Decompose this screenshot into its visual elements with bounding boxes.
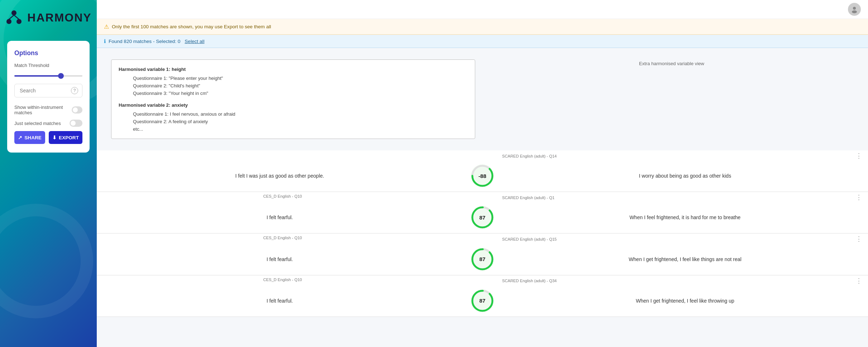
hv2-q1: Quesitionnaire 1: I feel nervous, anxiou… (133, 110, 468, 118)
right-text-4: When I get frightened, I feel like throw… (502, 292, 868, 309)
right-text-2: When I feel frightened, it is hard for m… (502, 209, 868, 226)
score-value-2: 87 (480, 215, 486, 221)
logo-area: HARMONY (5, 9, 91, 26)
center-tag-2 (463, 194, 502, 201)
svg-point-6 (852, 10, 857, 13)
context-menu-1[interactable]: ⋮ (855, 153, 862, 159)
select-all-link[interactable]: Select all (185, 39, 204, 44)
hv2-section: Harmonised variable 2: anxiety Quesition… (119, 101, 468, 133)
share-label: SHARE (24, 135, 42, 140)
score-value-3: 87 (480, 256, 486, 262)
score-value-4: 87 (480, 298, 486, 304)
center-tag-1 (463, 153, 502, 159)
svg-point-5 (853, 7, 856, 10)
hv1-q2: Questionnaire 2: "Child's height" (133, 82, 468, 90)
match-inner-1: I felt I was just as good as other peopl… (97, 160, 868, 192)
match-tags-2: CES_D English - Q10 SCARED English (adul… (97, 192, 868, 202)
harmonised-variable-box: Harmonised variable 1: height Questionna… (111, 59, 475, 139)
match-row-2: CES_D English - Q10 SCARED English (adul… (97, 192, 868, 233)
matches-info: Found 820 matches - Selected: 0 (109, 39, 180, 44)
export-button[interactable]: ⬇ EXPORT (49, 131, 82, 144)
right-text-1: I worry about being as good as other kid… (502, 167, 868, 184)
left-text-2: I felt fearful. (97, 209, 463, 226)
match-tags-1: SCARED English (adult) - Q14 ⋮ (97, 150, 868, 160)
center-tag-3 (463, 236, 502, 242)
score-1: -88 (463, 160, 502, 192)
match-tags-3: CES_D English - Q10 SCARED English (adul… (97, 233, 868, 243)
within-instrument-row: Show within-instrument matches (14, 105, 82, 115)
score-2: 87 (463, 202, 502, 233)
hv1-q1: Questionnaire 1: "Please enter your heig… (133, 74, 468, 82)
right-tag-2: SCARED English (adult) - Q1 (502, 196, 554, 200)
main-content: ⚠ Only the first 100 matches are shown, … (97, 19, 868, 347)
svg-line-3 (9, 15, 14, 19)
svg-line-4 (14, 15, 19, 19)
hv2-title: Harmonised variable 2: anxiety (119, 101, 468, 109)
context-menu-4[interactable]: ⋮ (855, 278, 862, 284)
extra-view-label: Extra harmonised variable view (482, 54, 861, 145)
svg-point-0 (11, 10, 16, 15)
match-row-1: SCARED English (adult) - Q14 ⋮ I felt I … (97, 150, 868, 192)
match-threshold-slider[interactable] (14, 75, 82, 77)
options-title: Options (14, 49, 82, 57)
center-tag-4 (463, 278, 502, 284)
export-label: EXPORT (59, 135, 79, 140)
match-row-3: CES_D English - Q10 SCARED English (adul… (97, 233, 868, 275)
just-selected-row: Just selected matches (14, 120, 82, 127)
card-buttons: ↗ SHARE ⬇ EXPORT (14, 131, 82, 144)
score-value-1: -88 (478, 173, 486, 179)
within-instrument-label: Show within-instrument matches (14, 105, 72, 115)
match-inner-3: I felt fearful. 87 When I get frightened… (97, 244, 868, 275)
just-selected-toggle[interactable] (70, 120, 82, 127)
left-tag-4: CES_D English - Q10 (102, 278, 463, 284)
hv2-q2: Questionnaire 2: A feeling of anxiety (133, 118, 468, 125)
left-tag-3: CES_D English - Q10 (102, 236, 463, 242)
match-row-4: CES_D English - Q10 SCARED English (adul… (97, 275, 868, 317)
search-container: ? (14, 84, 82, 97)
left-tag-2: CES_D English - Q10 (102, 194, 463, 201)
hv1-title: Harmonised variable 1: height (119, 66, 468, 73)
score-4: 87 (463, 285, 502, 317)
match-tags-4: CES_D English - Q10 SCARED English (adul… (97, 275, 868, 285)
svg-point-2 (16, 19, 22, 24)
hv2-etc: etc... (133, 125, 468, 133)
options-card: Options Match Threshold ? Show within-in… (7, 41, 90, 153)
info-icon: ℹ (104, 38, 106, 44)
right-panel: ⚠ Only the first 100 matches are shown, … (97, 0, 868, 347)
alert-icon: ⚠ (104, 23, 109, 30)
left-text-4: I felt fearful. (97, 292, 463, 309)
just-selected-label: Just selected matches (14, 121, 61, 126)
avatar[interactable] (848, 3, 861, 16)
matches-area: SCARED English (adult) - Q14 ⋮ I felt I … (97, 150, 868, 323)
right-tag-3: SCARED English (adult) - Q15 (502, 237, 557, 241)
match-threshold-label: Match Threshold (14, 63, 82, 68)
match-inner-4: I felt fearful. 87 When I get frightened… (97, 285, 868, 317)
left-tag-1 (102, 153, 463, 159)
left-text-1: I felt I was just as good as other peopl… (97, 167, 463, 184)
hv1-q3: Questionnaire 3: "Your height in cm" (133, 90, 468, 97)
right-text-3: When I get frightened, I feel like thing… (502, 251, 868, 268)
svg-point-1 (6, 19, 11, 24)
right-tag-4: SCARED English (adult) - Q34 (502, 279, 557, 283)
context-menu-2[interactable]: ⋮ (855, 194, 862, 201)
left-text-3: I felt fearful. (97, 251, 463, 268)
score-3: 87 (463, 244, 502, 275)
harmony-logo-icon (5, 9, 23, 26)
info-banner: ℹ Found 820 matches - Selected: 0 Select… (97, 35, 868, 48)
slider-container (14, 72, 82, 78)
match-inner-2: I felt fearful. 87 When I feel frightene… (97, 202, 868, 233)
export-icon: ⬇ (52, 135, 57, 140)
context-menu-3[interactable]: ⋮ (855, 236, 862, 242)
help-icon[interactable]: ? (71, 87, 78, 94)
alert-banner: ⚠ Only the first 100 matches are shown, … (97, 19, 868, 35)
within-instrument-toggle[interactable] (72, 106, 82, 114)
right-tag-1: SCARED English (adult) - Q14 (502, 154, 557, 158)
share-icon: ↗ (18, 135, 22, 140)
app-name: HARMONY (27, 11, 91, 24)
alert-message: Only the first 100 matches are shown, yo… (112, 24, 271, 29)
left-panel: HARMONY Options Match Threshold ? Show w… (0, 0, 97, 347)
top-bar (97, 0, 868, 19)
share-button[interactable]: ↗ SHARE (14, 131, 45, 144)
